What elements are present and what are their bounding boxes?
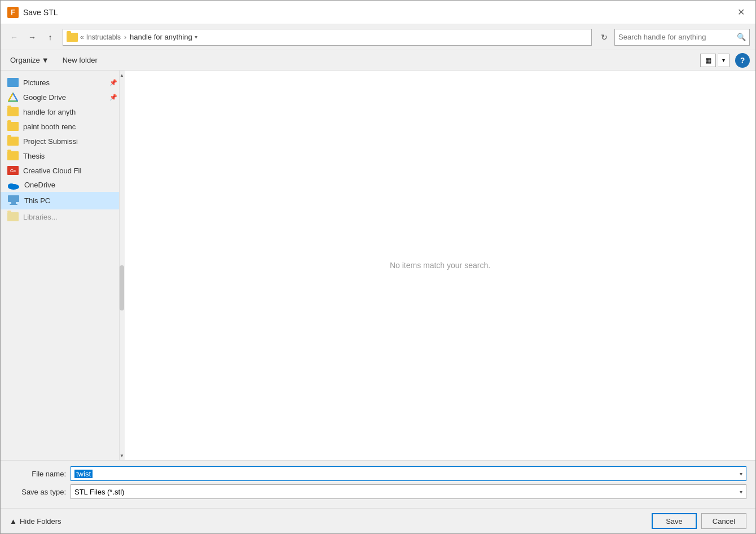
thispc-icon [7,195,20,207]
view-dropdown-button[interactable]: ▾ [718,54,729,67]
folder-icon [7,137,19,146]
sidebar-item-pictures[interactable]: Pictures 📌 [1,75,124,90]
filetype-select[interactable]: STL Files (*.stl) ▾ [71,484,746,499]
footer-buttons: Save Cancel [652,513,746,529]
close-button[interactable]: ✕ [733,5,749,20]
path-prefix: « [80,33,84,41]
action-bar: Organize ▼ New folder ▦ ▾ ? [1,50,755,71]
hide-folders-icon: ▲ [10,517,17,526]
filetype-value: STL Files (*.stl) [74,488,124,496]
svg-marker-0 [8,93,17,101]
folder-icon [7,151,19,160]
path-folder-icon [67,33,78,42]
sidebar-item-label: paint booth renc [23,122,117,131]
filetype-dropdown-arrow: ▾ [740,489,742,495]
back-button[interactable]: ← [6,29,22,45]
sidebar-item-label: handle for anyth [23,108,117,116]
hide-folders-label: Hide Folders [20,517,61,526]
toolbar: ← → ↑ « Instructabls › handle for anythi… [1,24,755,50]
sidebar: Pictures 📌 Google Drive 📌 [1,71,125,229]
svg-point-4 [8,183,15,188]
sidebar-item-label: Thesis [23,152,117,160]
path-separator: › [124,33,126,41]
sidebar-item-creative-cloud[interactable]: Cc Creative Cloud Fil [1,163,124,178]
gdrive-icon [7,93,19,102]
pin-icon: 📌 [109,79,117,86]
filename-row: File name: twist ▾ [10,466,746,481]
sidebar-item-libraries[interactable]: Libraries... [1,209,124,224]
filename-label: File name: [10,470,66,478]
folder-icon [7,122,19,131]
forward-button[interactable]: → [24,29,40,45]
view-button[interactable]: ▦ [700,54,716,67]
sidebar-item-this-pc[interactable]: This PC [1,192,124,209]
organize-button[interactable]: Organize ▼ [6,54,53,67]
save-button[interactable]: Save [652,513,697,529]
sidebar-item-project[interactable]: Project Submissi [1,134,124,148]
path-current: handle for anything [130,33,192,41]
refresh-button[interactable]: ↻ [596,29,612,45]
save-dialog: F Save STL ✕ ← → ↑ « Instructabls › hand… [0,0,756,534]
path-dropdown-button[interactable]: ▾ [195,34,197,40]
search-icon: 🔍 [737,33,746,41]
path-parent: Instructabls [86,33,121,41]
dialog-title: Save STL [23,8,58,17]
search-bar: 🔍 [614,29,750,46]
sidebar-item-google-drive[interactable]: Google Drive 📌 [1,90,124,104]
sidebar-item-label: Libraries... [23,213,117,221]
organize-label: Organize [10,56,40,64]
sidebar-scrollbar[interactable]: ▲ ▼ [119,71,125,460]
filename-input[interactable]: twist ▾ [71,466,746,481]
empty-message: No items match your search. [390,261,490,270]
pictures-icon [7,78,19,87]
filename-value: twist [74,470,93,478]
sidebar-item-label: Creative Cloud Fil [23,167,117,175]
organize-arrow: ▼ [42,56,49,64]
libraries-icon [7,212,19,221]
bottom-section: File name: twist ▾ Save as type: STL Fil… [1,460,755,508]
title-bar: F Save STL ✕ [1,1,755,24]
title-bar-left: F Save STL [7,7,58,18]
folder-icon [7,107,19,116]
file-area: No items match your search. [125,71,755,460]
main-content: Pictures 📌 Google Drive 📌 [1,71,755,460]
sidebar-item-handle[interactable]: handle for anyth [1,104,124,119]
sidebar-item-label: This PC [24,196,117,205]
search-input[interactable] [618,33,735,41]
scrollbar-thumb[interactable] [120,265,124,310]
filename-dropdown-arrow: ▾ [740,471,742,477]
up-button[interactable]: ↑ [42,29,58,45]
sidebar-item-thesis[interactable]: Thesis [1,148,124,163]
sidebar-item-label: Pictures [23,78,117,87]
footer: ▲ Hide Folders Save Cancel [1,508,755,533]
path-bar[interactable]: « Instructabls › handle for anything ▾ [63,29,592,46]
svg-line-1 [8,93,13,101]
app-icon: F [7,7,19,18]
hide-folders-button[interactable]: ▲ Hide Folders [10,517,61,526]
sidebar-item-label: Project Submissi [23,137,117,146]
new-folder-button[interactable]: New folder [59,54,102,67]
pin-icon: 📌 [109,94,117,101]
svg-rect-5 [8,195,19,202]
action-bar-right: ▦ ▾ ? [700,53,750,68]
svg-rect-7 [10,204,17,205]
sidebar-container: Pictures 📌 Google Drive 📌 [1,71,125,460]
svg-line-2 [13,93,17,101]
onedrive-icon [7,181,20,189]
action-bar-left: Organize ▼ New folder [6,54,102,67]
help-button[interactable]: ? [735,53,750,68]
cc-icon: Cc [7,166,19,175]
filetype-row: Save as type: STL Files (*.stl) ▾ [10,484,746,499]
sidebar-item-label: OneDrive [24,181,117,189]
cancel-button[interactable]: Cancel [701,513,746,529]
scroll-up-button[interactable]: ▲ [119,71,125,80]
svg-rect-6 [11,202,16,204]
sidebar-item-paint-booth[interactable]: paint booth renc [1,119,124,134]
filetype-label: Save as type: [10,488,66,496]
scroll-down-button[interactable]: ▼ [119,451,125,460]
sidebar-item-label: Google Drive [23,93,117,102]
sidebar-item-onedrive[interactable]: OneDrive [1,178,124,192]
